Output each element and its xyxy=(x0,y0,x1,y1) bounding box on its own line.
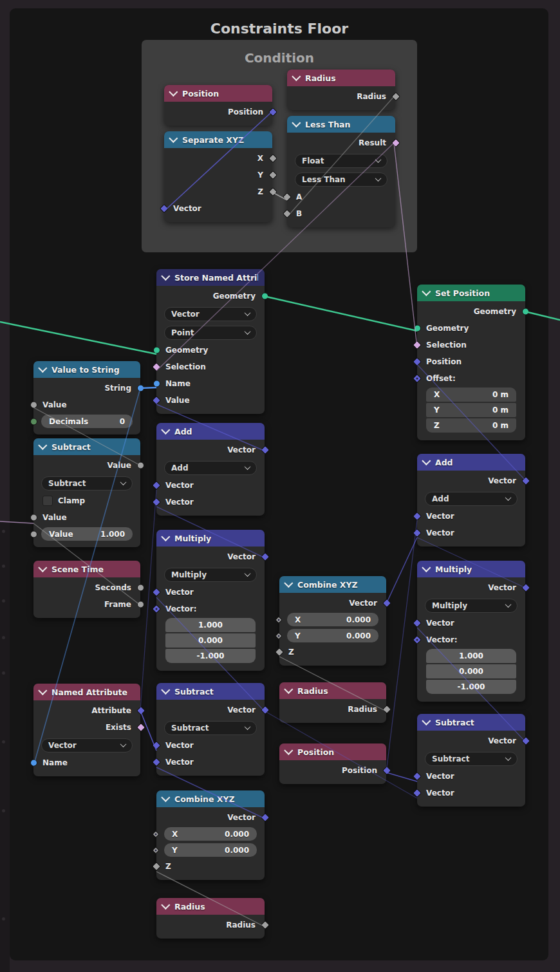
value-field[interactable]: Y0.000 xyxy=(287,629,378,642)
separate-xyz-node[interactable]: Separate XYZXYZVector xyxy=(164,131,272,222)
radius-node-bottom-header[interactable]: Radius xyxy=(156,898,265,915)
int-socket[interactable] xyxy=(30,418,37,425)
vector-value-field[interactable]: Y0 m xyxy=(426,403,516,417)
combine-xyz-node-right-header[interactable]: Combine XYZ xyxy=(279,576,386,593)
string-socket[interactable] xyxy=(30,760,37,767)
subtract-vector-node-right-header[interactable]: Subtract xyxy=(417,714,525,731)
named-attribute-node[interactable]: Named AttributeAttributeExistsVectorName xyxy=(33,684,140,776)
vector-value-field[interactable]: 1.000 xyxy=(426,649,516,663)
string-socket[interactable] xyxy=(137,385,144,392)
float-socket[interactable] xyxy=(30,530,37,537)
value-field[interactable]: Decimals0 xyxy=(41,415,133,428)
dropdown[interactable]: Add xyxy=(164,461,257,475)
chevron-down-icon[interactable] xyxy=(292,118,301,127)
chevron-down-icon[interactable] xyxy=(38,563,47,572)
chevron-down-icon[interactable] xyxy=(38,441,47,450)
set-position-node-header[interactable]: Set Position xyxy=(417,285,525,301)
float-socket[interactable] xyxy=(30,514,37,521)
float-socket[interactable] xyxy=(137,462,144,469)
combine-xyz-node-bottom-header[interactable]: Combine XYZ xyxy=(156,790,265,807)
float-socket[interactable] xyxy=(30,402,37,409)
store-named-attribute-node[interactable]: Store Named Attrib…GeometryVectorPointGe… xyxy=(156,269,265,414)
named-attribute-node-header[interactable]: Named Attribute xyxy=(33,684,140,700)
dropdown[interactable]: Float xyxy=(295,154,387,168)
radius-node-bottom[interactable]: RadiusRadius xyxy=(156,898,265,939)
subtract-vector-node-mid-header[interactable]: Subtract xyxy=(156,683,265,700)
value-to-string-node[interactable]: Value to StringStringValueDecimals0 xyxy=(33,361,140,435)
dropdown[interactable]: Subtract xyxy=(425,752,518,766)
chevron-down-icon[interactable] xyxy=(161,425,170,435)
vector-value-field[interactable]: -1.000 xyxy=(426,680,516,694)
chevron-down-icon[interactable] xyxy=(284,746,293,755)
chevron-down-icon[interactable] xyxy=(38,686,47,695)
dropdown[interactable]: Add xyxy=(425,492,518,506)
radius-node-mid-right[interactable]: RadiusRadius xyxy=(279,682,386,723)
position-node-frame-header[interactable]: Position xyxy=(164,85,272,102)
string-socket[interactable] xyxy=(153,380,160,388)
dropdown[interactable]: Multiply xyxy=(425,599,518,613)
value-to-string-node-header[interactable]: Value to String xyxy=(33,361,140,378)
value-field[interactable]: X0.000 xyxy=(164,827,257,841)
chevron-down-icon[interactable] xyxy=(161,901,170,910)
float-socket[interactable] xyxy=(137,601,144,608)
less-than-node[interactable]: Less ThanResultFloatLess ThanAB xyxy=(287,116,395,227)
dropdown[interactable]: Point xyxy=(164,326,257,340)
position-node-mid-right[interactable]: PositionPosition xyxy=(279,743,386,784)
add-vector-node-mid-header[interactable]: Add xyxy=(156,423,265,440)
subtract-math-node[interactable]: SubtractValueSubtractClampValueValue1.00… xyxy=(33,438,140,547)
radius-node-frame-header[interactable]: Radius xyxy=(287,70,395,86)
chevron-down-icon[interactable] xyxy=(169,134,178,143)
multiply-vector-node-mid-header[interactable]: Multiply xyxy=(156,530,265,547)
subtract-math-node-header[interactable]: Subtract xyxy=(33,438,140,455)
dropdown[interactable]: Vector xyxy=(164,307,257,321)
chevron-down-icon[interactable] xyxy=(161,532,170,541)
multiply-vector-node-right-header[interactable]: Multiply xyxy=(417,561,525,577)
add-vector-node-right[interactable]: AddVectorAddVectorVector xyxy=(417,454,525,547)
set-position-node[interactable]: Set PositionGeometryGeometrySelectionPos… xyxy=(417,285,525,440)
dropdown[interactable]: Less Than xyxy=(295,173,387,187)
chevron-down-icon[interactable] xyxy=(422,456,431,465)
chevron-down-icon[interactable] xyxy=(161,793,170,802)
scene-time-node-header[interactable]: Scene Time xyxy=(33,561,140,577)
chevron-down-icon[interactable] xyxy=(169,88,178,97)
vector-value-field[interactable]: X0 m xyxy=(426,388,516,402)
dropdown[interactable]: Subtract xyxy=(41,476,133,491)
combine-xyz-node-right[interactable]: Combine XYZVectorX0.000Y0.000Z xyxy=(279,576,386,666)
vector-value-field[interactable]: 1.000 xyxy=(165,618,256,632)
chevron-down-icon[interactable] xyxy=(422,716,431,725)
chevron-down-icon[interactable] xyxy=(284,685,293,694)
chevron-down-icon[interactable] xyxy=(422,563,431,572)
chevron-down-icon[interactable] xyxy=(161,272,170,281)
add-vector-node-mid[interactable]: AddVectorAddVectorVector xyxy=(156,423,265,516)
chevron-down-icon[interactable] xyxy=(284,579,293,588)
add-vector-node-right-header[interactable]: Add xyxy=(417,454,525,471)
geometry-socket[interactable] xyxy=(261,293,268,300)
dropdown[interactable]: Multiply xyxy=(164,568,257,582)
multiply-vector-node-mid[interactable]: MultiplyVectorMultiplyVectorVector:1.000… xyxy=(156,530,265,671)
node-editor-canvas[interactable]: { "frame_title": "Constraints Floor", "c… xyxy=(0,0,560,972)
combine-xyz-node-bottom[interactable]: Combine XYZVectorX0.000Y0.000Z xyxy=(156,790,265,880)
vector-value-field[interactable]: 0.000 xyxy=(426,664,516,678)
subtract-vector-node-mid[interactable]: SubtractVectorSubtractVectorVector xyxy=(156,683,265,776)
vector-value-field[interactable]: Z0 m xyxy=(426,418,516,433)
position-node-mid-right-header[interactable]: Position xyxy=(279,743,386,760)
geometry-socket[interactable] xyxy=(153,347,160,354)
separate-xyz-node-header[interactable]: Separate XYZ xyxy=(164,131,272,148)
dropdown[interactable]: Subtract xyxy=(164,721,257,735)
value-field[interactable]: X0.000 xyxy=(287,613,378,626)
less-than-node-header[interactable]: Less Than xyxy=(287,116,395,133)
vector-value-field[interactable]: -1.000 xyxy=(165,649,256,663)
chevron-down-icon[interactable] xyxy=(38,364,47,373)
chevron-down-icon[interactable] xyxy=(422,287,431,296)
vector-value-field[interactable]: 0.000 xyxy=(165,633,256,648)
geometry-socket[interactable] xyxy=(414,325,421,332)
radius-node-mid-right-header[interactable]: Radius xyxy=(279,682,386,699)
store-named-attribute-node-header[interactable]: Store Named Attrib… xyxy=(156,269,265,286)
float-socket[interactable] xyxy=(137,584,144,592)
value-field[interactable]: Y0.000 xyxy=(164,843,257,857)
dropdown[interactable]: Vector xyxy=(41,738,133,752)
radius-node-frame[interactable]: RadiusRadius xyxy=(287,70,395,110)
value-field[interactable]: Value1.000 xyxy=(41,527,133,541)
chevron-down-icon[interactable] xyxy=(292,72,301,81)
position-node-frame[interactable]: PositionPosition xyxy=(164,85,272,126)
